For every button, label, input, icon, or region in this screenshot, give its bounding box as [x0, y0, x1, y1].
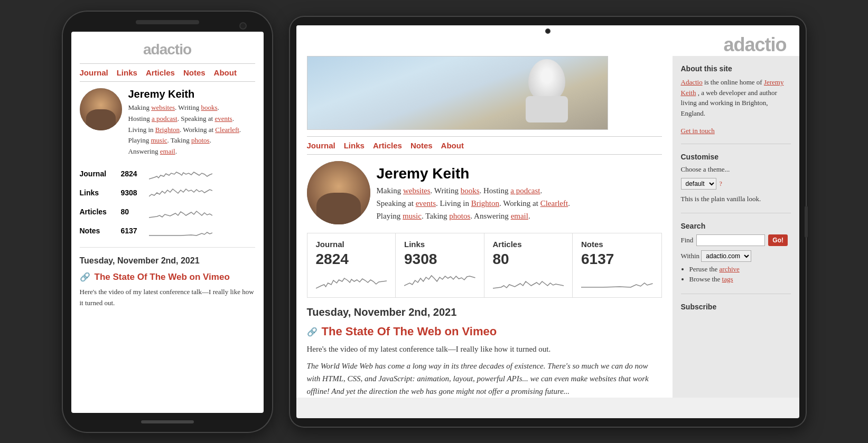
sidebar-archive-link[interactable]: archive	[720, 265, 740, 273]
tablet-bio-clearleft[interactable]: Clearleft	[540, 199, 568, 208]
sidebar-tags-link[interactable]: tags	[722, 275, 733, 283]
tablet-profile: Jeremy Keith Making websites. Writing bo…	[307, 161, 662, 224]
tablet-post-quote: The World Wide Web has come a long way i…	[307, 360, 662, 398]
tablet-nav-about[interactable]: About	[441, 141, 464, 150]
phone-stat-articles-count: 80	[121, 208, 145, 216]
tablet-stat-articles-label: Articles	[493, 240, 564, 249]
tablet-post-excerpt: Here's the video of my latest conference…	[307, 343, 662, 355]
phone-stat-notes-label: Notes	[80, 227, 117, 235]
tablet-nav-articles[interactable]: Articles	[373, 141, 402, 150]
tablet-stat-journal-chart	[316, 270, 387, 291]
tablet-avatar-image	[307, 161, 370, 224]
phone-stat-journal-count: 2824	[121, 169, 145, 178]
phone-stat-articles-chart	[149, 204, 255, 220]
phone-bio-email[interactable]: email	[160, 147, 175, 155]
phone-screen: adactio Journal Links Articles Notes Abo…	[71, 32, 264, 413]
sidebar-within-label: Within	[681, 252, 702, 260]
tablet-bio-music[interactable]: music	[403, 212, 422, 220]
tablet-post-title-row: 🔗 The State Of The Web on Vimeo	[307, 325, 662, 338]
tablet-stat-journal: Journal 2824	[307, 233, 396, 297]
tablet-nav-journal[interactable]: Journal	[307, 141, 335, 150]
phone-stat-links-count: 9308	[121, 188, 145, 197]
sidebar-search-links: Peruse the archive Browse the tags	[689, 265, 791, 284]
phone-bio-events[interactable]: events	[214, 115, 232, 122]
phone-home-button[interactable]	[141, 420, 194, 423]
tablet-nav-links[interactable]: Links	[344, 141, 365, 150]
tablet-bio-brighton[interactable]: Brighton	[471, 199, 499, 208]
sidebar-theme-controls: default ?	[681, 178, 791, 190]
sidebar-search-button[interactable]: Go!	[768, 234, 788, 246]
tablet-stat-notes: Notes 6137	[573, 233, 661, 297]
sidebar-search-input[interactable]	[696, 234, 765, 246]
sidebar-theme-select[interactable]: default	[681, 178, 716, 190]
phone-post-link-icon: 🔗	[80, 272, 90, 282]
tablet-device: adactio Journal	[289, 16, 807, 428]
tablet-screen: adactio Journal	[296, 25, 799, 418]
phone-profile-name: Jeremy Keith	[128, 88, 241, 100]
phone-post-title[interactable]: The State Of The Web on Vimeo	[95, 272, 230, 282]
phone-bio-music[interactable]: music	[151, 136, 167, 144]
phone-profile: Jeremy Keith Making websites. Writing bo…	[80, 88, 255, 157]
tablet-bio-websites[interactable]: websites	[403, 186, 431, 195]
sidebar-subscribe-heading: Subscribe	[681, 303, 791, 311]
sidebar-search-row: Find Go!	[681, 234, 791, 246]
phone-nav-articles[interactable]: Articles	[146, 68, 175, 77]
phone-nav-about[interactable]: About	[214, 68, 237, 77]
tablet-stat-journal-label: Journal	[316, 240, 387, 249]
tablet-nav: Journal Links Articles Notes About	[307, 136, 662, 155]
tablet-bio-podcast[interactable]: a podcast	[510, 186, 540, 195]
phone-stat-journal: Journal 2824	[80, 166, 255, 182]
sidebar-about-text2: is the online home of	[704, 78, 764, 86]
tablet-stat-links-chart	[404, 270, 475, 291]
tablet-stat-journal-count: 2824	[316, 251, 387, 268]
tablet-stat-articles-chart	[493, 270, 564, 291]
tablet-site-logo: adactio	[723, 34, 786, 56]
tablet-bio-events[interactable]: events	[416, 199, 436, 208]
tablet-profile-bio: Making websites. Writing books. Hosting …	[377, 184, 570, 222]
phone-bio-websites[interactable]: websites	[151, 103, 175, 111]
phone-stat-journal-chart	[149, 166, 255, 182]
sidebar-search-section: Search Find Go! Within adactio.com Perus…	[681, 222, 791, 294]
phone-bio-clearleft[interactable]: Clearleft	[215, 126, 239, 134]
tablet-stat-links-label: Links	[404, 240, 475, 249]
phone-bio-podcast[interactable]: a podcast	[152, 115, 178, 122]
phone-bio-brighton[interactable]: Brighton	[155, 126, 180, 134]
tablet-side-button	[805, 206, 808, 238]
sidebar-about-section: About this site Adactio is the online ho…	[681, 64, 791, 144]
sidebar-get-in-touch[interactable]: Get in touch	[681, 127, 715, 135]
phone-post-title-row: 🔗 The State Of The Web on Vimeo	[80, 272, 255, 282]
phone-nav-notes[interactable]: Notes	[183, 68, 206, 77]
tablet-stat-articles: Articles 80	[484, 233, 573, 297]
sidebar-customise-section: Customise Choose a theme... default ? Th…	[681, 153, 791, 213]
tablet-nav-notes[interactable]: Notes	[410, 141, 433, 150]
phone-stat-journal-label: Journal	[80, 169, 117, 178]
tablet-stat-notes-label: Notes	[581, 240, 653, 249]
sidebar-choose-theme-row: Choose a theme...	[681, 165, 791, 174]
sidebar-adactio-link[interactable]: Adactio	[681, 78, 703, 86]
sidebar-search-heading: Search	[681, 222, 791, 230]
tablet-post-title[interactable]: The State Of The Web on Vimeo	[322, 325, 497, 338]
tablet-sidebar: About this site Adactio is the online ho…	[673, 56, 799, 398]
phone-post-excerpt: Here's the video of my latest conference…	[80, 287, 255, 309]
phone-bio-books[interactable]: books	[201, 103, 217, 111]
phone-stat-links-chart	[149, 185, 255, 201]
phone-device: adactio Journal Links Articles Notes Abo…	[62, 11, 273, 433]
avatar-image	[80, 88, 122, 130]
phone-stat-notes-chart	[149, 223, 255, 239]
phone-bio-photos[interactable]: photos	[191, 136, 210, 144]
sidebar-theme-help[interactable]: ?	[720, 180, 722, 188]
phone-stat-articles-label: Articles	[80, 208, 117, 216]
tablet-stat-articles-count: 80	[493, 251, 564, 268]
phone-nav: Journal Links Articles Notes About	[80, 63, 255, 82]
sidebar-about-text: Adactio is the online home of Jeremy Kei…	[681, 77, 791, 118]
phone-stat-notes-count: 6137	[121, 227, 145, 235]
tablet-bio-photos[interactable]: photos	[449, 212, 470, 220]
site-logo: adactio	[143, 41, 191, 58]
phone-nav-journal[interactable]: Journal	[80, 68, 108, 77]
tablet-bio-email[interactable]: email	[511, 212, 528, 220]
tablet-bio-books[interactable]: books	[461, 186, 480, 195]
phone-stat-notes: Notes 6137	[80, 223, 255, 239]
phone-stat-links: Links 9308	[80, 185, 255, 201]
phone-nav-links[interactable]: Links	[117, 68, 137, 77]
sidebar-within-select[interactable]: adactio.com	[701, 250, 751, 262]
